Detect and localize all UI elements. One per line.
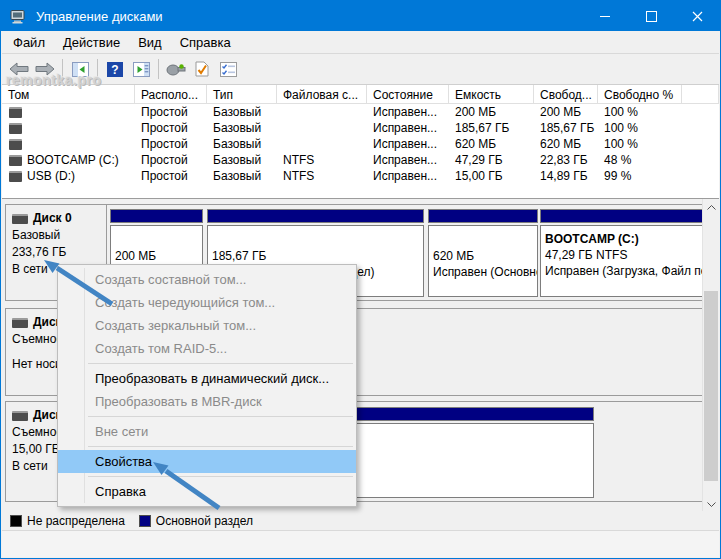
menu-item-file[interactable]: Файл [4, 32, 54, 53]
partition-size: 620 МБ [433, 248, 533, 264]
disk-management-window: Управление дисками Файл Действие Вид Спр… [0, 0, 721, 559]
cell-status: Исправен... [367, 169, 449, 183]
search-tool-button[interactable] [163, 57, 189, 81]
maximize-icon [646, 11, 657, 22]
vertical-scrollbar[interactable] [702, 199, 719, 513]
menu-item-properties[interactable]: Свойства [58, 450, 356, 473]
scrollbar-thumb[interactable] [704, 291, 718, 481]
cell-capacity: 47,29 ГБ [449, 153, 534, 167]
cell-free: 22,83 ГБ [534, 153, 598, 167]
volume-icon [9, 155, 22, 166]
menu-item-new-spanned-volume: Создать составной том... [58, 268, 356, 291]
cell-free: 14,89 ГБ [534, 169, 598, 183]
cell-capacity: 15,00 ГБ [449, 169, 534, 183]
legend-primary-label: Основной раздел [156, 514, 253, 528]
partition-size: 47,29 ГБ NTFS [545, 247, 698, 263]
menu-separator [88, 416, 353, 417]
maximize-button[interactable] [628, 1, 674, 31]
volume-row[interactable]: BOOTCAMP (C:) Простой Базовый NTFS Испра… [2, 152, 719, 168]
checklist-icon [220, 62, 237, 77]
column-header-filesystem[interactable]: Файловая с... [277, 85, 367, 104]
column-header-free-pct[interactable]: Свободно % [598, 85, 682, 104]
cell-capacity: 200 МБ [449, 105, 534, 119]
cell-layout: Простой [135, 121, 207, 135]
checklist-button[interactable] [215, 57, 241, 81]
title-bar: Управление дисками [1, 1, 720, 31]
volume-name: USB (D:) [27, 169, 75, 183]
volume-list: Том Располо... Тип Файловая с... Состоян… [2, 85, 719, 199]
cell-type: Базовый [207, 153, 277, 167]
cell-type: Базовый [207, 121, 277, 135]
action-pane-button[interactable] [128, 57, 154, 81]
menu-item-convert-dynamic[interactable]: Преобразовать в динамический диск... [58, 367, 356, 390]
volume-row[interactable]: USB (D:) Простой Базовый NTFS Исправен..… [2, 168, 719, 184]
volume-row[interactable]: Простой Базовый Исправен... 620 МБ 620 М… [2, 136, 719, 152]
scroll-up-button[interactable] [703, 199, 719, 216]
menu-item-new-mirrored-volume: Создать зеркальный том... [58, 314, 356, 337]
cell-type: Базовый [207, 105, 277, 119]
column-header-status[interactable]: Состояние [367, 85, 449, 104]
menu-item-action[interactable]: Действие [54, 32, 129, 53]
menu-item-help[interactable]: Справка [171, 32, 240, 53]
partition-band [110, 209, 203, 223]
column-header-free[interactable]: Свобод... [534, 85, 598, 104]
validate-doc-button[interactable] [189, 57, 215, 81]
validate-doc-icon [195, 61, 209, 77]
cell-filesystem: NTFS [277, 169, 367, 183]
minimize-icon [600, 16, 610, 17]
cell-free-pct: 48 % [598, 153, 682, 167]
toolbar-separator [158, 59, 159, 79]
cell-free: 185,67 ГБ [534, 121, 598, 135]
partition-band [540, 209, 703, 223]
disk-icon [12, 214, 28, 224]
help-button[interactable]: ? [102, 57, 128, 81]
cell-capacity: 620 МБ [449, 137, 534, 151]
cell-capacity: 185,67 ГБ [449, 121, 534, 135]
legend-primary-swatch [139, 515, 151, 527]
watermark: remontka.pro [6, 72, 101, 88]
menu-separator [88, 446, 353, 447]
cell-layout: Простой [135, 153, 207, 167]
cell-status: Исправен... [367, 137, 449, 151]
legend-unallocated-label: Не распределена [27, 514, 125, 528]
partition-recovery[interactable]: 620 МБ Исправен (Основной раздел) [428, 209, 538, 297]
cell-free-pct: 100 % [598, 121, 682, 135]
partition-size: 200 МБ [115, 248, 198, 264]
partition-band [428, 209, 538, 223]
legend-unallocated-swatch [10, 515, 22, 527]
partition-bootcamp[interactable]: BOOTCAMP (C:) 47,29 ГБ NTFS Исправен (За… [540, 209, 703, 297]
close-button[interactable] [674, 1, 720, 31]
minimize-button[interactable] [582, 1, 628, 31]
legend-bar: Не распределена Основной раздел [2, 511, 719, 531]
menu-separator [88, 476, 353, 477]
cell-free-pct: 100 % [598, 105, 682, 119]
volume-icon [9, 123, 22, 134]
cell-free: 200 МБ [534, 105, 598, 119]
volume-name: BOOTCAMP (C:) [27, 153, 119, 167]
cell-layout: Простой [135, 137, 207, 151]
menu-item-offline: Вне сети [58, 420, 356, 443]
disk-icon [12, 318, 28, 328]
action-pane-icon [133, 62, 150, 77]
menu-item-view[interactable]: Вид [129, 32, 171, 53]
disk-context-menu: Создать составной том... Создать чередую… [57, 264, 357, 507]
menu-item-convert-mbr: Преобразовать в MBR-диск [58, 390, 356, 413]
column-header-capacity[interactable]: Емкость [449, 85, 534, 104]
volume-row[interactable]: Простой Базовый Исправен... 185,67 ГБ 18… [2, 120, 719, 136]
toolbar: ? [2, 54, 719, 85]
cell-layout: Простой [135, 105, 207, 119]
window-title: Управление дисками [36, 9, 163, 24]
disk-size: 233,76 ГБ [12, 244, 100, 261]
cell-type: Базовый [207, 169, 277, 183]
volume-icon [9, 139, 22, 150]
partition-size: 185,67 ГБ [212, 248, 419, 264]
column-header-type[interactable]: Тип [207, 85, 277, 104]
menu-item-new-raid5-volume: Создать том RAID-5... [58, 337, 356, 360]
chevron-up-icon [707, 205, 716, 210]
volume-row[interactable]: Простой Базовый Исправен... 200 МБ 200 М… [2, 104, 719, 120]
column-header-layout[interactable]: Располо... [135, 85, 207, 104]
menu-item-help[interactable]: Справка [58, 480, 356, 503]
cell-status: Исправен... [367, 121, 449, 135]
chevron-down-icon [707, 502, 716, 507]
partition-name: BOOTCAMP (C:) [545, 231, 698, 247]
